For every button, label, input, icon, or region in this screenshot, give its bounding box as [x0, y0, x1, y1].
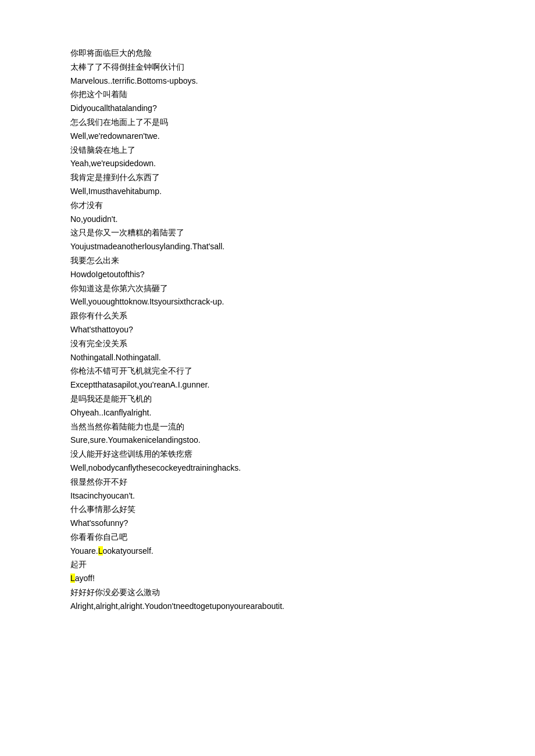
text-line: Itsacinchyoucan't. [70, 489, 465, 503]
text-line: 你知道这是你第六次搞砸了 [70, 282, 465, 296]
text-line: 跟你有什么关系 [70, 309, 465, 323]
text-line: 没错脑袋在地上了 [70, 144, 465, 157]
text-line: 你枪法不错可开飞机就完全不行了 [70, 364, 465, 378]
text-line: 你即将面临巨大的危险 [70, 46, 465, 60]
text-line: 怎么我们在地面上了不是吗 [70, 116, 465, 130]
text-line: 我肯定是撞到什么东西了 [70, 171, 465, 185]
text-line: Youare.Lookatyourself. [70, 544, 465, 558]
text-line: No,youdidn't. [70, 213, 465, 227]
text-line: Layoff! [70, 572, 465, 586]
text-line: Youjustmadeanotherlousylanding.That'sall… [70, 240, 465, 254]
text-line: 起开 [70, 558, 465, 572]
text-line: Well,we'redownaren'twe. [70, 130, 465, 144]
text-line: Well,yououghttoknow.Itsyoursixthcrack-up… [70, 295, 465, 309]
text-line: HowdoIgetoutofthis? [70, 268, 465, 282]
text-line: Marvelous..terrific.Bottoms-upboys. [70, 74, 465, 88]
text-line: 是吗我还是能开飞机的 [70, 392, 465, 406]
text-line: 很显然你开不好 [70, 475, 465, 489]
highlighted-char: L [98, 546, 103, 556]
text-line: 你把这个叫着陆 [70, 88, 465, 102]
text-line: Exceptthatasapilot,you'reanA.I.gunner. [70, 378, 465, 392]
text-line: Yeah,we'reupsidedown. [70, 157, 465, 171]
text-line: 好好好你没必要这么激动 [70, 586, 465, 600]
text-line: What'sthattoyou? [70, 323, 465, 337]
text-line: 这只是你又一次糟糕的着陆罢了 [70, 226, 465, 240]
text-line: 你看看你自己吧 [70, 531, 465, 544]
text-line: Alright,alright,alright.Youdon'tneedtoge… [70, 600, 465, 614]
text-line: 什么事情那么好笑 [70, 503, 465, 517]
text-line: 我要怎么出来 [70, 254, 465, 268]
text-line: 当然当然你着陆能力也是一流的 [70, 420, 465, 434]
main-content: 你即将面临巨大的危险太棒了了不得倒挂金钟啊伙计们Marvelous..terri… [70, 46, 465, 614]
text-line: Well,nobodycanflythesecockeyedtrainingha… [70, 461, 465, 475]
text-line: Didyoucallthatalanding? [70, 102, 465, 116]
text-line: 没人能开好这些训练用的笨铁疙瘩 [70, 447, 465, 461]
highlighted-char: L [70, 574, 75, 583]
text-line: Ohyeah..Icanflyalright. [70, 406, 465, 420]
text-line: What'ssofunny? [70, 517, 465, 531]
text-line: 没有完全没关系 [70, 337, 465, 351]
text-line: Nothingatall.Nothingatall. [70, 351, 465, 365]
text-line: 你才没有 [70, 199, 465, 213]
text-line: Well,Imusthavehitabump. [70, 185, 465, 199]
text-line: 太棒了了不得倒挂金钟啊伙计们 [70, 60, 465, 74]
text-line: Sure,sure.Youmakenicelandingstoo. [70, 433, 465, 447]
